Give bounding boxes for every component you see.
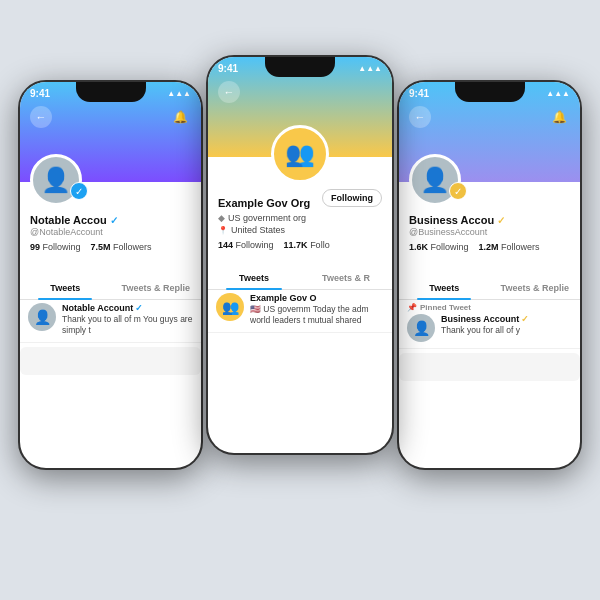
followers-stat-right: 1.2M Followers bbox=[479, 242, 540, 252]
verified-check-left: ✓ bbox=[110, 215, 118, 226]
bio-icon-center: ◆ bbox=[218, 213, 225, 223]
profile-stats-center: 144 Following 11.7K Follo bbox=[218, 240, 382, 250]
back-btn-right[interactable]: ← bbox=[409, 106, 431, 128]
tab-replies-center[interactable]: Tweets & R bbox=[300, 267, 392, 289]
screen-left: 9:41 ▲▲▲ ← 🔔 👤 ✓ Notable Accou ✓ @Notabl… bbox=[20, 82, 201, 468]
tab-tweets-center[interactable]: Tweets bbox=[208, 267, 300, 289]
tweet-row-right: 👤 Business Account ✓ Thank you for all o… bbox=[407, 314, 572, 342]
tweet-card-left bbox=[20, 347, 201, 375]
tweet-avatar-icon-right: 👤 bbox=[413, 320, 430, 336]
following-stat-center: 144 Following bbox=[218, 240, 274, 250]
profile-handle-right: @BusinessAccount bbox=[409, 227, 570, 237]
profile-stats-right: 1.6K Following 1.2M Followers bbox=[409, 242, 570, 252]
tweet-name-right: Business Account ✓ bbox=[441, 314, 572, 324]
location-icon-center: 📍 bbox=[218, 226, 228, 235]
tab-tweets-right[interactable]: Tweets bbox=[399, 277, 490, 299]
phones-container: 9:41 ▲▲▲ ← 🔔 👤 ✓ Notable Accou ✓ @Notabl… bbox=[0, 0, 600, 600]
tweet-text-block-right: Business Account ✓ Thank you for all of … bbox=[441, 314, 572, 342]
tweet-name-left: Notable Account ✓ bbox=[62, 303, 193, 313]
time-center: 9:41 bbox=[218, 63, 238, 74]
screen-center: 9:41 ▲▲▲ ← 👥 Following Example Gov Org ◆… bbox=[208, 57, 392, 453]
profile-name-right: Business Accou ✓ bbox=[409, 214, 570, 226]
tweet-avatar-icon-center: 👥 bbox=[222, 299, 239, 315]
pinned-label-right: 📌 Pinned Tweet bbox=[407, 303, 572, 312]
phone-left: 9:41 ▲▲▲ ← 🔔 👤 ✓ Notable Accou ✓ @Notabl… bbox=[18, 80, 203, 470]
tab-replies-left[interactable]: Tweets & Replie bbox=[111, 277, 202, 299]
verified-badge-right: ✓ bbox=[449, 182, 467, 200]
tweet-item-left: 👤 Notable Account ✓ Thank you to all of … bbox=[20, 297, 201, 343]
notch-center bbox=[265, 57, 335, 77]
tweet-text-center: 🇺🇸 US governm Today the adm world leader… bbox=[250, 304, 384, 326]
avatar-center: 👥 bbox=[271, 125, 329, 183]
followers-stat-center: 11.7K Follo bbox=[284, 240, 330, 250]
profile-section-left: Notable Accou ✓ @NotableAccount 99 Follo… bbox=[20, 214, 201, 252]
tweet-text-right: Thank you for all of y bbox=[441, 325, 572, 336]
following-stat-right: 1.6K Following bbox=[409, 242, 469, 252]
followers-stat-left: 7.5M Followers bbox=[91, 242, 152, 252]
tab-tweets-left[interactable]: Tweets bbox=[20, 277, 111, 299]
screen-right: 9:41 ▲▲▲ ← 🔔 👤 ✓ Business Accou ✓ @Busin… bbox=[399, 82, 580, 468]
verified-check-right: ✓ bbox=[497, 215, 505, 226]
tweet-verified-left: ✓ bbox=[135, 303, 143, 313]
phone-right: 9:41 ▲▲▲ ← 🔔 👤 ✓ Business Accou ✓ @Busin… bbox=[397, 80, 582, 470]
back-btn-center[interactable]: ← bbox=[218, 81, 240, 103]
time-left: 9:41 bbox=[30, 88, 50, 99]
tweet-item-center: 👥 Example Gov O 🇺🇸 US governm Today the … bbox=[208, 287, 392, 333]
profile-section-right: Business Accou ✓ @BusinessAccount 1.6K F… bbox=[399, 214, 580, 252]
tweet-avatar-icon-left: 👤 bbox=[34, 309, 51, 325]
tweet-list-left: 👤 Notable Account ✓ Thank you to all of … bbox=[20, 297, 201, 375]
tab-replies-right[interactable]: Tweets & Replie bbox=[490, 277, 581, 299]
bell-btn-left[interactable]: 🔔 bbox=[169, 106, 191, 128]
status-icons-right: ▲▲▲ bbox=[546, 89, 570, 98]
verified-badge-left: ✓ bbox=[70, 182, 88, 200]
tweet-verified-right: ✓ bbox=[521, 314, 529, 324]
phone-center: 9:41 ▲▲▲ ← 👥 Following Example Gov Org ◆… bbox=[206, 55, 394, 455]
avatar-icon-center: 👥 bbox=[285, 140, 315, 168]
tweet-content-center: Example Gov O 🇺🇸 US governm Today the ad… bbox=[250, 293, 384, 326]
tweet-avatar-center: 👥 bbox=[216, 293, 244, 321]
avatar-icon-left: 👤 bbox=[41, 166, 71, 194]
status-icons-center: ▲▲▲ bbox=[358, 64, 382, 73]
notch-left bbox=[76, 82, 146, 102]
profile-name-left: Notable Accou ✓ bbox=[30, 214, 191, 226]
tweet-card-right bbox=[399, 353, 580, 381]
back-btn-left[interactable]: ← bbox=[30, 106, 52, 128]
profile-name-center: Example Gov Org bbox=[218, 197, 382, 209]
pin-icon-right: 📌 bbox=[407, 303, 417, 312]
tweet-item-right: 📌 Pinned Tweet 👤 Business Account ✓ bbox=[399, 297, 580, 349]
profile-stats-left: 99 Following 7.5M Followers bbox=[30, 242, 191, 252]
tweet-list-center: 👥 Example Gov O 🇺🇸 US governm Today the … bbox=[208, 287, 392, 333]
tweet-list-right: 📌 Pinned Tweet 👤 Business Account ✓ bbox=[399, 297, 580, 381]
profile-bio-center: ◆ US government org bbox=[218, 213, 382, 223]
profile-handle-left: @NotableAccount bbox=[30, 227, 191, 237]
tweet-name-center: Example Gov O bbox=[250, 293, 384, 303]
tweet-text-left: Thank you to all of m You guys are simpl… bbox=[62, 314, 193, 336]
following-stat-left: 99 Following bbox=[30, 242, 81, 252]
tweet-avatar-right: 👤 bbox=[407, 314, 435, 342]
bell-btn-right[interactable]: 🔔 bbox=[548, 106, 570, 128]
tweet-avatar-left: 👤 bbox=[28, 303, 56, 331]
profile-section-center: Example Gov Org ◆ US government org 📍 Un… bbox=[208, 197, 392, 250]
avatar-icon-right: 👤 bbox=[420, 166, 450, 194]
tweet-content-left: Notable Account ✓ Thank you to all of m … bbox=[62, 303, 193, 336]
status-icons-left: ▲▲▲ bbox=[167, 89, 191, 98]
notch-right bbox=[455, 82, 525, 102]
profile-location-center: 📍 United States bbox=[218, 225, 382, 235]
time-right: 9:41 bbox=[409, 88, 429, 99]
tweet-content-right: 📌 Pinned Tweet 👤 Business Account ✓ bbox=[407, 303, 572, 342]
